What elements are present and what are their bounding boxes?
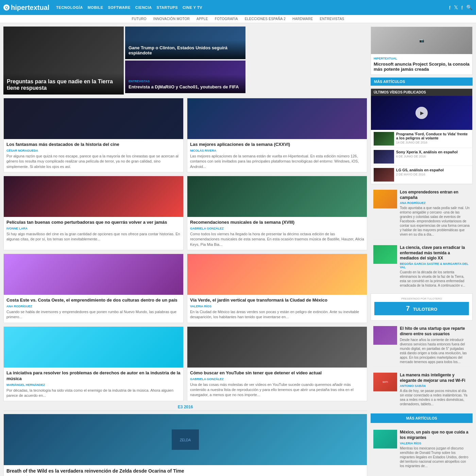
sidebar-article-title-3: El hito de una startup que reparte diner… [400, 326, 470, 337]
nav-tecnologia[interactable]: TECNOLOGÍA [56, 5, 83, 10]
video-item-3[interactable]: LG G5, análisis en español 2 DE MAYO DE … [371, 166, 472, 184]
article-title-1: Los fantasmas más destacados de la histo… [6, 142, 181, 148]
main-content: Preguntas para las que nadie en la Tierr… [3, 27, 367, 476]
hero-title-2: Gane Trump o Clinton, Estados Unidos seg… [129, 45, 242, 56]
search-icon[interactable]: 🔍 [466, 4, 473, 11]
sidebar-article-title-5: México, un país que no que cuida a los m… [400, 430, 470, 440]
sidebar-article-thumb-5 [373, 430, 397, 448]
mas-articulos-button[interactable]: MÁS ARTÍCULOS [371, 413, 473, 423]
articles-grid: Los fantasmas más destacados de la histo… [3, 98, 367, 401]
sidebar-article-2[interactable]: La ciencia, clave para erradicar la enfe… [371, 242, 473, 291]
e3-section: E3 2016 ZELDA Breath of the Wild es la v… [3, 405, 367, 476]
nav-ciencia[interactable]: CIENCIA [135, 5, 152, 10]
hero-article-1[interactable]: Preguntas para las que nadie en la Tierr… [3, 27, 124, 95]
tulotero-number: 7 [406, 305, 410, 312]
svg-text:ZELDA: ZELDA [180, 438, 191, 442]
sidebar-article-thumb-3 [373, 326, 397, 345]
sub-nav-hardware[interactable]: HARDWARE [292, 17, 313, 21]
article-excerpt-2: Las mejores aplicaciones de la semana es… [190, 154, 364, 169]
video-item-2[interactable]: Sony Xperia X, análisis en español 6 DE … [371, 148, 472, 166]
facebook-icon[interactable]: f [449, 5, 451, 11]
tulotero-logo: 7 TULOTERO [374, 302, 469, 315]
sidebar-top-article[interactable]: 📷 HIPERTEXTUAL Microsoft anuncia Project… [371, 27, 473, 75]
nav-startups[interactable]: STARTUPS [157, 5, 178, 10]
sidebar-article-excerpt-1: Todo apuntaba a que nada podía salir mal… [400, 206, 470, 237]
e3-header: E3 2016 [3, 405, 367, 411]
sidebar-article-excerpt-2: Cuando en la década de los setenta elimi… [400, 270, 470, 288]
article-author-4: GABRIELA GONZÁLEZ [190, 227, 364, 230]
article-excerpt-1: Por alguna razón que quizá no nos escape… [6, 154, 181, 169]
article-card-8[interactable]: Cómo buscar en YouTube sin tener que det… [187, 326, 367, 402]
social-icons: f 𝕏 f 🔍 [449, 4, 473, 11]
article-title-8: Cómo buscar en YouTube sin tener que det… [190, 370, 364, 376]
sub-nav-innovacion[interactable]: INNOVACIÓN MOTOR [153, 17, 190, 21]
main-nav-links: TECNOLOGÍA MOBILE SOFTWARE CIENCIA START… [56, 5, 449, 10]
article-card-3[interactable]: Películas tan buenas como perturbadoras … [3, 176, 184, 250]
hero-title-1: Preguntas para las que nadie en la Tierr… [7, 78, 120, 91]
sub-nav-entrevistas[interactable]: ENTREVISTAS [320, 17, 344, 21]
article-card-2[interactable]: Las mejores aplicaciones de la semana (C… [187, 98, 367, 172]
sidebar-article-3[interactable]: El hito de una startup que reparte diner… [371, 323, 473, 367]
article-excerpt-8: Una de las cosas más molestas de ver víd… [190, 382, 364, 398]
nav-cine-tv[interactable]: CINE Y TV [183, 5, 202, 10]
sub-nav-futuro[interactable]: FUTURO [132, 17, 146, 21]
article-card-7[interactable]: La iniciativa para resolver los problema… [3, 326, 184, 402]
tulotero-box[interactable]: PRESENTADO POR TULOTERO 7 TULOTERO [371, 293, 473, 321]
sidebar-top-tag: HIPERTEXTUAL [374, 57, 470, 60]
play-button[interactable] [415, 107, 428, 119]
video-date-1: 14 DE JUNIO DE 2016 [396, 141, 470, 144]
article-title-7: La iniciativa para resolver los problema… [6, 370, 181, 382]
sub-nav-apple[interactable]: APPLE [197, 17, 208, 21]
sidebar-article-excerpt-3: Desde hace años la corriente de introduc… [400, 338, 470, 364]
sidebar-article-1[interactable]: Los emprendedores entran en campaña ANA … [371, 187, 473, 240]
video-main-player[interactable] [371, 96, 472, 130]
article-excerpt-4: Como todos los viernes ha llegado la hor… [190, 232, 364, 247]
article-card-4[interactable]: Recomendaciones musicales de la semana (… [187, 176, 367, 250]
article-author-3: IVONNE LARA [6, 227, 181, 230]
video-thumb-2 [374, 150, 394, 164]
nav-mobile[interactable]: MOBILE [88, 5, 103, 10]
video-item-1[interactable]: Programa 'Ford, Conduce tu Vida' frente … [371, 130, 472, 148]
sidebar-article-title-2: La ciencia, clave para erradicar la enfe… [400, 245, 470, 261]
sidebar-article-4[interactable]: WiFi La manera más inteligente y elegant… [371, 370, 473, 409]
top-navigation: Q hipertextual TECNOLOGÍA MOBILE SOFTWAR… [0, 0, 476, 23]
sidebar-article-author-2: BEGOÑA GARCIA SASTRE & MARGARITA DEL VAL [400, 262, 470, 269]
article-title-3: Películas tan buenas como perturbadoras … [6, 220, 181, 225]
sub-nav-fotografia[interactable]: FOTOGRAFÍA [215, 17, 238, 21]
flipboard-icon[interactable]: f [461, 5, 463, 11]
video-title-1: Programa 'Ford, Conduce tu Vida' frente … [396, 132, 470, 140]
article-card-5[interactable]: Costa Este vs. Costa Oeste, el emprendim… [3, 254, 184, 323]
video-thumb-3 [374, 168, 394, 182]
hero-article-3[interactable]: ENTREVISTAS Entrevista a DjMaRiiO y Cach… [125, 61, 245, 93]
site-name: hipertextual [11, 4, 49, 12]
sidebar-top-title: Microsoft anuncia Project Scorpio, la co… [374, 62, 470, 72]
sidebar-article-excerpt-5: Mientras los mexicanos juzgan el discurs… [400, 446, 470, 468]
article-author-2: NICOLÁS RIVERA [190, 149, 364, 152]
video-date-3: 2 DE MAYO DE 2016 [396, 173, 444, 176]
article-author-1: CÉSAR NORAGUEDA [6, 149, 181, 152]
hero-col-2: Gane Trump o Clinton, Estados Unidos seg… [125, 27, 245, 93]
article-excerpt-3: Si hay algo maravilloso del cine es la g… [6, 232, 181, 242]
article-author-7: MARIÁNGEL HERNÁNDEZ [6, 383, 181, 387]
article-card-6[interactable]: Vía Verde, el jardín vertical que transf… [187, 254, 367, 323]
e3-main-article[interactable]: ZELDA Breath of the Wild es la verdadera… [3, 414, 367, 476]
hero-article-2[interactable]: Gane Trump o Clinton, Estados Unidos seg… [125, 27, 245, 59]
nav-software[interactable]: SOFTWARE [108, 5, 130, 10]
article-author-6: VALERIA RÍOS [190, 305, 364, 308]
sidebar-article-author-5: VALERIA RÍOS [400, 442, 470, 445]
site-logo[interactable]: Q hipertextual [3, 4, 49, 12]
video-thumb-1 [374, 132, 394, 146]
logo-icon: Q [5, 5, 8, 10]
twitter-icon[interactable]: 𝕏 [454, 4, 458, 11]
article-card-1[interactable]: Los fantasmas más destacados de la histo… [3, 98, 184, 172]
mas-articulos-header: MÁS ARTÍCULOS [371, 78, 473, 86]
video-title-2: Sony Xperia X, análisis en español [396, 150, 458, 154]
video-section-header: ÚLTIMOS VÍDEOS PUBLICADOS [371, 89, 472, 96]
sub-nav-elecciones[interactable]: ELECCIONES ESPAÑA 2 [245, 17, 286, 21]
hero-tag-3: ENTREVISTAS [129, 80, 242, 83]
article-title-2: Las mejores aplicaciones de la semana (C… [190, 142, 364, 148]
sidebar-article-author-1: ANA RODRÍGUEZ [400, 201, 470, 205]
video-section: ÚLTIMOS VÍDEOS PUBLICADOS Programa 'Ford… [371, 88, 473, 184]
sidebar-article-5[interactable]: México, un país que no que cuida a los m… [371, 427, 473, 471]
sidebar-article-6[interactable]: ▶ YT Tubeats: la combinación perfecta en… [371, 474, 473, 476]
